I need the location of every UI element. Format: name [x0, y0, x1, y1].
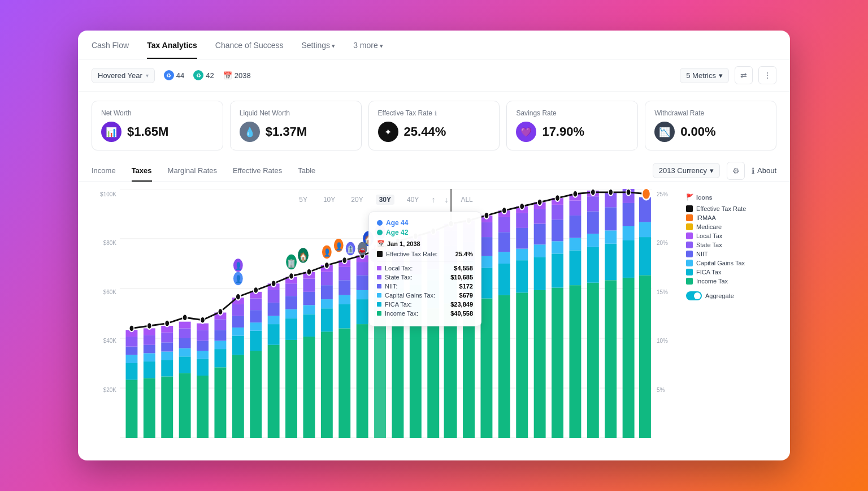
y-label-right: 5%: [654, 387, 677, 393]
svg-rect-40: [214, 330, 226, 341]
more-options-button[interactable]: ⋮: [758, 66, 776, 84]
svg-rect-17: [144, 335, 155, 345]
svg-point-183: [129, 325, 134, 332]
sub-tab-table[interactable]: Table: [298, 160, 315, 182]
svg-rect-63: [285, 309, 297, 318]
sub-tab-income[interactable]: Income: [92, 160, 116, 182]
svg-rect-147: [534, 244, 546, 257]
tab-cash-flow[interactable]: Cash Flow: [92, 31, 129, 59]
svg-rect-130: [480, 237, 492, 256]
y-axis-right: 25% 20% 15% 10% 5%: [654, 189, 677, 438]
sub-tab-taxes[interactable]: Taxes: [132, 160, 152, 182]
svg-rect-21: [161, 351, 173, 360]
tab-settings[interactable]: Settings: [301, 31, 335, 59]
withdrawal-rate-icon: 📉: [654, 122, 675, 142]
withdrawal-rate-value: 0.00%: [680, 124, 715, 139]
toolbar: Hovered Year ▾ ♻ 44 ♻ 42 📅 2038 5 Metric…: [78, 59, 790, 92]
savings-rate-value: 17.90%: [542, 124, 584, 139]
svg-rect-39: [214, 341, 226, 349]
swatch-irmaa: [686, 214, 693, 221]
svg-point-195: [342, 257, 347, 264]
legend-label: Income Tax: [696, 278, 728, 285]
exchange-icon-button[interactable]: ⇄: [735, 66, 753, 84]
svg-rect-97: [392, 315, 403, 438]
tab-tax-analytics[interactable]: Tax Analytics: [147, 31, 197, 59]
svg-point-194: [324, 262, 329, 269]
sub-tab-effective-rates[interactable]: Effective Rates: [233, 160, 282, 182]
svg-rect-172: [605, 207, 617, 230]
age2-value: 42: [206, 71, 214, 80]
savings-rate-icon: 💜: [516, 122, 536, 142]
metric-card-net-worth: Net Worth 📊 $1.65M: [92, 101, 223, 150]
age2-icon: ♻: [193, 70, 203, 80]
svg-rect-169: [605, 280, 617, 438]
svg-rect-19: [161, 376, 173, 438]
svg-rect-76: [321, 285, 333, 299]
legend-label: Effective Tax Rate: [696, 205, 746, 212]
aggregate-toggle[interactable]: [686, 291, 702, 300]
tooltip-niit-val: $172: [459, 283, 473, 290]
effective-tax-rate-value: 25.44%: [404, 124, 446, 139]
hovered-year-label: Hovered Year: [98, 71, 142, 80]
svg-point-184: [147, 322, 151, 329]
legend-item-capital-gains-tax: Capital Gains Tax: [686, 260, 776, 266]
svg-text:🚗: 🚗: [359, 245, 366, 254]
metric-label: Liquid Net Worth: [240, 109, 352, 117]
tooltip-income-label: Income Tax:: [385, 310, 447, 317]
sub-tabs: Income Taxes Marginal Rates Effective Ra…: [78, 160, 790, 182]
svg-text:👤: 👤: [235, 261, 242, 270]
hovered-year-button[interactable]: Hovered Year ▾: [92, 68, 155, 83]
chart-main: $100K $80K $60K $40K $20K 25% 20% 15% 10…: [92, 189, 776, 460]
svg-rect-159: [569, 238, 581, 251]
chart-tooltip: Age 44 Age 42 📅 Jan 1, 2038 Effecti: [368, 212, 481, 326]
y-label: $20K: [92, 387, 120, 393]
svg-rect-141: [516, 249, 528, 261]
metric-card-effective-tax-rate: Effective Tax Rate ℹ ✦ 25.44%: [368, 101, 500, 150]
swatch-medicare: [686, 223, 693, 230]
svg-rect-52: [250, 310, 262, 322]
svg-rect-88: [357, 275, 368, 290]
chevron-down-icon: ▾: [710, 166, 714, 175]
currency-button[interactable]: 2013 Currency ▾: [653, 163, 720, 178]
svg-text:👤: 👤: [235, 275, 242, 284]
svg-point-209: [591, 189, 595, 196]
svg-rect-175: [623, 240, 635, 278]
svg-rect-22: [161, 342, 173, 351]
nav-tabs: Cash Flow Tax Analytics Chance of Succes…: [78, 31, 790, 59]
app-card: Cash Flow Tax Analytics Chance of Succes…: [78, 31, 790, 460]
chevron-down-icon: ▾: [719, 71, 723, 80]
svg-rect-86: [357, 299, 368, 324]
svg-rect-26: [179, 356, 191, 373]
filter-icon-button[interactable]: ⚙: [727, 162, 745, 180]
svg-rect-74: [321, 308, 333, 331]
legend-item-state-tax: State Tax: [686, 242, 776, 248]
svg-point-204: [502, 207, 506, 214]
svg-rect-59: [268, 290, 280, 303]
svg-rect-166: [587, 212, 599, 234]
svg-rect-153: [552, 241, 563, 253]
tooltip-capgains-label: Capital Gains Tax:: [385, 292, 456, 299]
metrics-button[interactable]: 5 Metrics ▾: [680, 68, 729, 83]
svg-rect-167: [587, 196, 599, 211]
svg-rect-7: [125, 380, 137, 438]
svg-text:👤: 👤: [324, 248, 331, 257]
sub-tab-marginal-rates[interactable]: Marginal Rates: [168, 160, 217, 182]
svg-rect-34: [197, 341, 209, 351]
aggregate-row: Aggregate: [686, 291, 776, 300]
tab-more[interactable]: 3 more: [353, 31, 383, 59]
svg-rect-91: [374, 317, 386, 438]
svg-point-185: [165, 320, 170, 327]
svg-point-193: [307, 269, 311, 275]
legend-item-income-tax: Income Tax: [686, 278, 776, 285]
tooltip-fica-val: $23,849: [450, 301, 473, 308]
svg-rect-79: [338, 328, 350, 438]
metric-card-withdrawal-rate: Withdrawal Rate 📉 0.00%: [645, 101, 776, 150]
tooltip-date: Jan 1, 2038: [387, 240, 420, 247]
about-button[interactable]: ℹ About: [752, 166, 776, 175]
svg-rect-70: [303, 292, 315, 305]
legend-item-effective-tax-rate: Effective Tax Rate: [686, 205, 776, 212]
year-value: 2038: [235, 71, 251, 80]
svg-rect-129: [480, 256, 492, 268]
svg-rect-46: [232, 316, 244, 328]
tab-chance-of-success[interactable]: Chance of Success: [215, 31, 284, 59]
